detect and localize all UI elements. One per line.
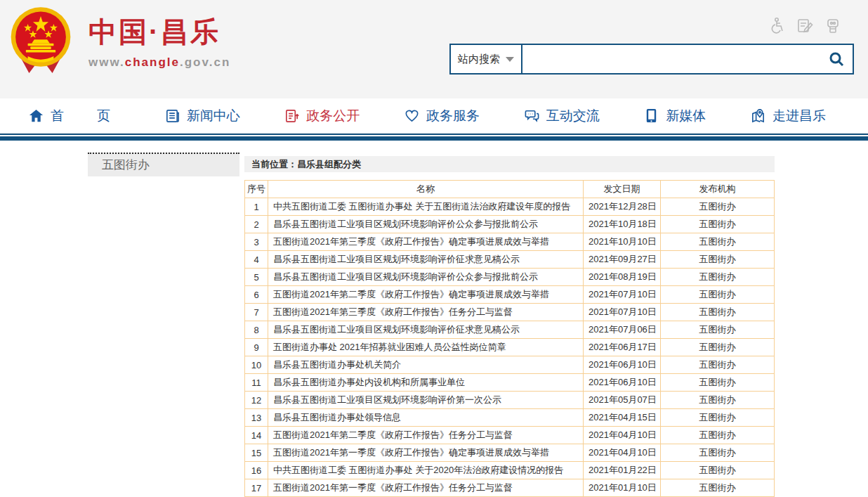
column-header-name: 名称 (268, 181, 584, 198)
column-header-seq: 序号 (245, 181, 268, 198)
heart-icon (404, 108, 420, 124)
site-url: www.changle.gov.cn (88, 56, 230, 70)
publish-org: 五图街办 (661, 409, 775, 427)
document-link[interactable]: 五图街道2021年第一季度《政府工作报告》任务分工与监督 (268, 479, 584, 497)
document-link[interactable]: 昌乐县五图街道工业项目区规划环境影响评价公众参与报批前公示 (268, 269, 584, 286)
publish-date: 2021年07月06日 (584, 321, 661, 339)
search-input[interactable] (522, 45, 820, 73)
nav-item-home[interactable]: 首 页 (28, 107, 120, 125)
row-index: 6 (245, 286, 268, 304)
url-suffix: .gov.cn (180, 56, 230, 69)
nav-item-visit-changle[interactable]: 走进昌乐 (750, 107, 826, 125)
sidebar-item-label: 五图街办 (102, 158, 150, 172)
main-panel: 当前位置：昌乐县组配分类 序号 名称 发文日期 发布机构 1中共五图街道工委 五… (244, 156, 775, 497)
table-row: 4昌乐县五图街道工业项目区规划环境影响评价征求意见稿公示2021年09月27日五… (245, 251, 775, 269)
publish-org: 五图街办 (661, 427, 775, 444)
document-link[interactable]: 五图街道2021年第一季度《政府工作报告》确定事项进展成效与举措 (268, 444, 584, 462)
table-row: 8昌乐县五图街道工业项目区规划环境影响评价征求意见稿公示2021年07月06日五… (245, 321, 775, 339)
row-index: 9 (245, 339, 268, 356)
search-icon (828, 51, 845, 67)
nav-label: 首 页 (51, 107, 120, 125)
documents-table-body: 1中共五图街道工委 五图街道办事处 关于五图街道法治政府建设年度的报告2021年… (245, 198, 775, 497)
document-link[interactable]: 昌乐县五图街道办事处机关简介 (268, 356, 584, 374)
publish-org: 五图街办 (661, 374, 775, 392)
nav-item-new-media[interactable]: 新媒体 (643, 107, 706, 125)
publish-org: 五图街办 (661, 304, 775, 321)
search-scope-dropdown[interactable]: 站内搜索 (451, 45, 522, 73)
site-title: 中国·昌乐 (88, 13, 230, 51)
nav-label: 政务公开 (306, 107, 360, 125)
nav-item-gov-service[interactable]: 政务服务 (404, 107, 480, 125)
document-link[interactable]: 五图街道2021年第三季度《政府工作报告》确定事项进展成效与举措 (268, 233, 584, 251)
row-index: 17 (245, 479, 268, 497)
nav-label: 走进昌乐 (772, 107, 826, 125)
publish-org: 五图街办 (661, 321, 775, 339)
publish-org: 五图街办 (661, 286, 775, 304)
chevron-down-icon (506, 57, 514, 62)
row-index: 8 (245, 321, 268, 339)
table-row: 17五图街道2021年第一季度《政府工作报告》任务分工与监督2021年01月10… (245, 479, 775, 497)
publish-date: 2021年01月22日 (584, 462, 661, 479)
document-link[interactable]: 中共五图街道工委 五图街道办事处 关于五图街道法治政府建设年度的报告 (268, 198, 584, 216)
table-row: 10昌乐县五图街道办事处机关简介2021年06月10日五图街办 (245, 356, 775, 374)
news-icon (164, 108, 180, 124)
nav-label: 政务服务 (426, 107, 480, 125)
document-link[interactable]: 五图街道2021年第三季度《政府工作报告》任务分工与监督 (268, 304, 584, 321)
publish-org: 五图街办 (661, 444, 775, 462)
publish-org: 五图街办 (661, 392, 775, 409)
phone-icon (643, 108, 659, 124)
publish-org: 五图街办 (661, 216, 775, 233)
row-index: 3 (245, 233, 268, 251)
publish-org: 五图街办 (661, 339, 775, 356)
robot-icon[interactable] (824, 17, 841, 34)
publish-date: 2021年04月15日 (584, 409, 661, 427)
sidebar-item-wutu-street[interactable]: 五图街办 (88, 153, 239, 176)
national-emblem-icon (8, 6, 73, 76)
edit-document-icon[interactable] (796, 17, 813, 34)
publish-date: 2021年04月10日 (584, 444, 661, 462)
header-quick-icons (768, 17, 841, 34)
site-logo[interactable]: 中国·昌乐 www.changle.gov.cn (8, 6, 230, 76)
document-link[interactable]: 五图街道2021年第二季度《政府工作报告》确定事项进展成效与举措 (268, 286, 584, 304)
publish-org: 五图街办 (661, 462, 775, 479)
document-link[interactable]: 五图街道办事处 2021年招募就业困难人员公益性岗位简章 (268, 339, 584, 356)
document-link[interactable]: 昌乐县五图街道办事处内设机构和所属事业单位 (268, 374, 584, 392)
map-pin-icon (750, 108, 766, 124)
document-link[interactable]: 昌乐县五图街道工业项目区规划环境影响评价征求意见稿公示 (268, 321, 584, 339)
nav-label: 新闻中心 (187, 107, 240, 125)
breadcrumb-label: 当前位置：昌乐县组配分类 (251, 159, 361, 169)
table-row: 15五图街道2021年第一季度《政府工作报告》确定事项进展成效与举措2021年0… (245, 444, 775, 462)
accessibility-icon[interactable] (768, 17, 785, 34)
url-prefix: www. (88, 56, 125, 69)
site-header: 中国·昌乐 www.changle.gov.cn 站内搜索 (0, 0, 868, 98)
document-link[interactable]: 五图街道2021年第二季度《政府工作报告》任务分工与监督 (268, 427, 584, 444)
row-index: 15 (245, 444, 268, 462)
publish-date: 2021年10月10日 (584, 233, 661, 251)
publish-date: 2021年05月07日 (584, 392, 661, 409)
publish-org: 五图街办 (661, 269, 775, 286)
nav-item-gov-open[interactable]: 政务公开 (284, 107, 360, 125)
publish-org: 五图街办 (661, 251, 775, 269)
nav-item-news-center[interactable]: 新闻中心 (164, 107, 240, 125)
document-link[interactable]: 昌乐县五图街道工业项目区规划环境影响评价公众参与报批前公示 (268, 216, 584, 233)
publish-date: 2021年08月19日 (584, 269, 661, 286)
search-button[interactable] (820, 45, 853, 73)
publish-date: 2021年10月18日 (584, 216, 661, 233)
table-row: 2昌乐县五图街道工业项目区规划环境影响评价公众参与报批前公示2021年10月18… (245, 216, 775, 233)
publish-org: 五图街办 (661, 198, 775, 216)
documents-table-header: 序号 名称 发文日期 发布机构 (245, 181, 775, 198)
url-highlight: changle (125, 56, 180, 69)
table-row: 16中共五图街道工委 五图街道办事处 关于2020年法治政府建设情况的报告202… (245, 462, 775, 479)
publish-date: 2021年06月10日 (584, 356, 661, 374)
publish-date: 2021年06月10日 (584, 374, 661, 392)
table-row: 5昌乐县五图街道工业项目区规划环境影响评价公众参与报批前公示2021年08月19… (245, 269, 775, 286)
publish-org: 五图街办 (661, 479, 775, 497)
document-link[interactable]: 昌乐县五图街道工业项目区规划环境影响评价第一次公示 (268, 392, 584, 409)
document-link[interactable]: 中共五图街道工委 五图街道办事处 关于2020年法治政府建设情况的报告 (268, 462, 584, 479)
publish-date: 2021年09月27日 (584, 251, 661, 269)
document-link[interactable]: 昌乐县五图街道工业项目区规划环境影响评价征求意见稿公示 (268, 251, 584, 269)
nav-item-interaction[interactable]: 互动交流 (524, 107, 600, 125)
gov-open-icon (284, 108, 300, 124)
row-index: 4 (245, 251, 268, 269)
document-link[interactable]: 昌乐县五图街道办事处领导信息 (268, 409, 584, 427)
